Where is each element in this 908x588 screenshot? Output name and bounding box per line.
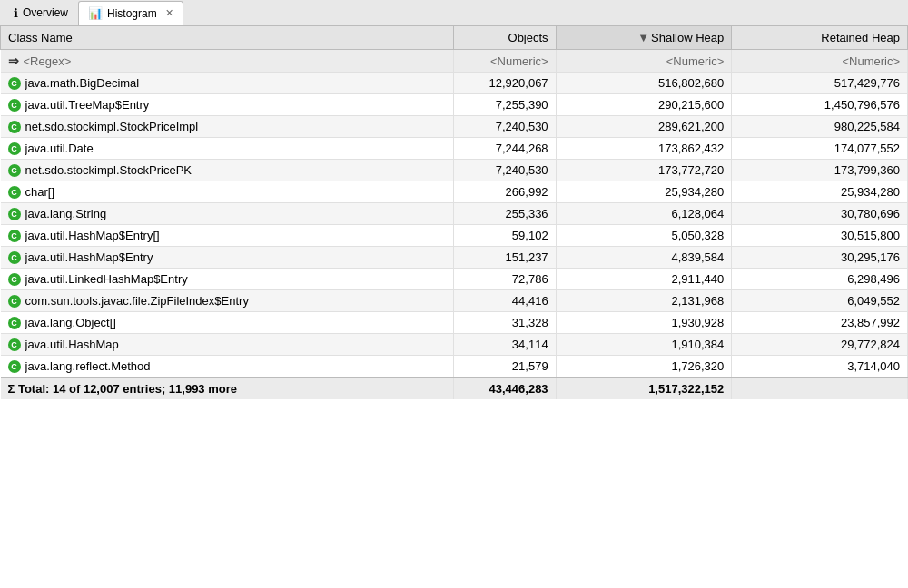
cell-retained: 173,799,360 [732,160,908,181]
cell-objects: 34,114 [454,334,556,356]
tab-overview-label: Overview [23,6,68,19]
cell-objects: 7,240,530 [454,116,556,138]
info-icon: ℹ [14,6,18,20]
cell-retained: 6,049,552 [732,290,908,312]
table-row: Cchar[]266,99225,934,28025,934,280 [1,181,908,203]
cell-retained: 23,857,992 [732,312,908,334]
cell-shallow: 25,934,280 [556,181,732,203]
footer-label: Σ Total: 14 of 12,007 entries; 11,993 mo… [1,377,454,399]
cell-retained: 980,225,584 [732,116,908,138]
cell-retained: 30,515,800 [732,225,908,247]
cell-classname: Cjava.util.LinkedHashMap$Entry [1,269,454,290]
filter-retained[interactable]: <Numeric> [732,50,908,73]
table-row: Cnet.sdo.stockimpl.StockPricePK7,240,530… [1,160,908,181]
regex-icon: ⇒ [8,54,19,68]
cell-objects: 7,240,530 [454,160,556,181]
class-icon: C [8,360,21,373]
tab-histogram-close[interactable]: ✕ [165,7,173,19]
col-header-shallow[interactable]: ▼Shallow Heap [556,26,732,50]
class-icon: C [8,121,21,133]
cell-shallow: 290,215,600 [556,94,732,116]
footer-objects: 43,446,283 [454,377,556,399]
table-row: Cjava.util.HashMap$Entry151,2374,839,584… [1,247,908,269]
filter-classname[interactable]: ⇒ <Regex> [1,50,454,73]
tab-overview[interactable]: ℹ Overview [4,1,78,24]
cell-classname: Cjava.util.TreeMap$Entry [1,94,454,116]
cell-retained: 1,450,796,576 [732,94,908,116]
class-icon: C [8,208,21,220]
cell-objects: 59,102 [454,225,556,247]
class-label: java.math.BigDecimal [25,76,140,90]
col-header-retained[interactable]: Retained Heap [732,26,908,50]
cell-retained: 6,298,496 [732,269,908,290]
cell-retained: 25,934,280 [732,181,908,203]
cell-retained: 30,295,176 [732,247,908,269]
table-row: Cjava.lang.reflect.Method21,5791,726,320… [1,356,908,378]
class-icon: C [8,230,21,242]
tab-histogram[interactable]: 📊 Histogram ✕ [78,1,183,24]
cell-objects: 7,244,268 [454,138,556,160]
footer-retained [732,377,908,399]
tab-bar: ℹ Overview 📊 Histogram ✕ [0,0,908,25]
class-label: java.util.HashMap$Entry[] [25,229,160,242]
cell-retained: 3,714,040 [732,356,908,378]
cell-objects: 151,237 [454,247,556,269]
cell-objects: 255,336 [454,203,556,225]
cell-classname: Cnet.sdo.stockimpl.StockPriceImpl [1,116,454,138]
cell-classname: Cjava.util.HashMap [1,334,454,356]
class-label: java.lang.reflect.Method [25,359,151,373]
col-header-objects[interactable]: Objects [454,26,556,50]
cell-shallow: 173,862,432 [556,138,732,160]
cell-shallow: 289,621,200 [556,116,732,138]
filter-objects[interactable]: <Numeric> [454,50,556,73]
cell-shallow: 173,772,720 [556,160,732,181]
table-row: Cjava.util.TreeMap$Entry7,255,390290,215… [1,94,908,116]
table-row: Cjava.util.LinkedHashMap$Entry72,7862,91… [1,269,908,290]
cell-classname: Cjava.util.Date [1,138,454,160]
table-footer: Σ Total: 14 of 12,007 entries; 11,993 mo… [1,377,908,399]
col-header-classname[interactable]: Class Name [1,26,454,50]
cell-classname: Cchar[] [1,181,454,203]
class-label: net.sdo.stockimpl.StockPriceImpl [25,120,199,133]
cell-shallow: 1,930,928 [556,312,732,334]
cell-objects: 266,992 [454,181,556,203]
histogram-table: Class Name Objects ▼Shallow Heap Retaine… [0,25,908,399]
cell-retained: 517,429,776 [732,73,908,94]
cell-shallow: 2,911,440 [556,269,732,290]
cell-retained: 30,780,696 [732,203,908,225]
table-row: Cjava.util.HashMap34,1141,910,38429,772,… [1,334,908,356]
cell-shallow: 1,910,384 [556,334,732,356]
cell-classname: Cnet.sdo.stockimpl.StockPricePK [1,160,454,181]
filter-shallow[interactable]: <Numeric> [556,50,732,73]
cell-classname: Cjava.lang.Object[] [1,312,454,334]
histogram-icon: 📊 [88,6,103,20]
cell-retained: 29,772,824 [732,334,908,356]
class-icon: C [8,99,21,112]
cell-shallow: 516,802,680 [556,73,732,94]
table-row: Ccom.sun.tools.javac.file.ZipFileIndex$E… [1,290,908,312]
cell-objects: 44,416 [454,290,556,312]
cell-objects: 12,920,067 [454,73,556,94]
cell-classname: Cjava.util.HashMap$Entry [1,247,454,269]
class-icon: C [8,164,21,177]
table-row: Cjava.lang.String255,3366,128,06430,780,… [1,203,908,225]
cell-shallow: 1,726,320 [556,356,732,378]
cell-shallow: 2,131,968 [556,290,732,312]
footer-shallow: 1,517,322,152 [556,377,732,399]
class-icon: C [8,295,21,308]
class-icon: C [8,251,21,264]
class-icon: C [8,317,21,329]
class-label: char[] [25,185,55,199]
cell-objects: 7,255,390 [454,94,556,116]
class-label: java.lang.Object[] [25,316,116,329]
class-icon: C [8,338,21,351]
footer-row: Σ Total: 14 of 12,007 entries; 11,993 mo… [1,377,908,399]
filter-row: ⇒ <Regex> <Numeric> <Numeric> <Numeric> [1,50,908,73]
cell-classname: Cjava.lang.reflect.Method [1,356,454,378]
table-body: ⇒ <Regex> <Numeric> <Numeric> <Numeric> … [1,50,908,378]
cell-retained: 174,077,552 [732,138,908,160]
class-label: java.util.HashMap$Entry [25,250,153,264]
class-label: com.sun.tools.javac.file.ZipFileIndex$En… [25,294,249,308]
cell-classname: Cjava.util.HashMap$Entry[] [1,225,454,247]
cell-objects: 31,328 [454,312,556,334]
